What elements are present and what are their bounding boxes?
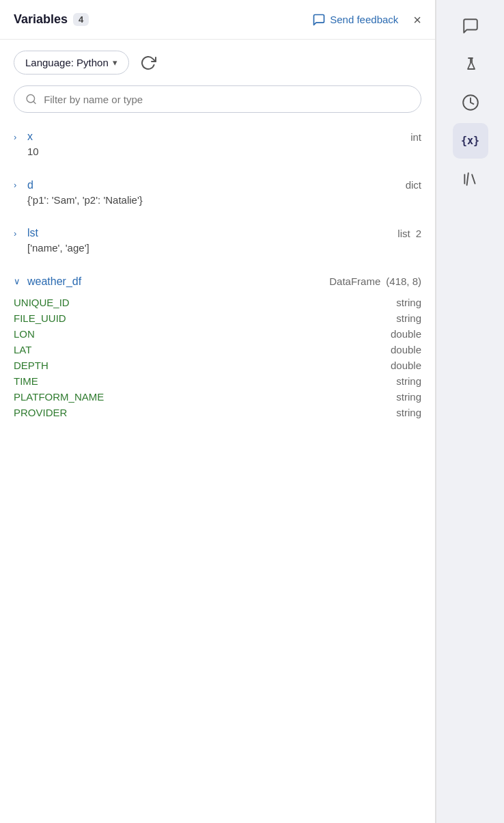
col-type-lat: double: [391, 344, 421, 355]
col-type-unique-id: string: [396, 297, 421, 308]
search-bar: [14, 85, 421, 113]
language-label: Language: Python: [25, 57, 109, 68]
refresh-icon: [140, 55, 156, 71]
var-name-x: x: [27, 131, 33, 143]
expand-chevron-lst[interactable]: ›: [14, 228, 23, 239]
var-type-d: dict: [406, 179, 421, 191]
col-name-lat: LAT: [14, 344, 31, 355]
toolbar: Language: Python ▾: [0, 40, 435, 83]
var-value-x: 10: [14, 144, 421, 160]
var-value-d: {'p1': 'Sam', 'p2': 'Natalie'}: [14, 193, 421, 208]
sidebar-item-chat[interactable]: [453, 8, 488, 44]
col-name-platform-name: PLATFORM_NAME: [14, 391, 104, 403]
close-button[interactable]: ×: [413, 13, 421, 27]
var-name-lst: lst: [27, 227, 38, 239]
variables-list: › x int 10 › d dict {'p1': 'Sam', 'p2': …: [0, 124, 435, 823]
svg-line-5: [472, 175, 475, 184]
list-item: PLATFORM_NAME string: [14, 389, 435, 405]
svg-line-1: [33, 101, 36, 103]
list-item: › d dict {'p1': 'Sam', 'p2': 'Natalie'}: [0, 175, 435, 217]
col-name-time: TIME: [14, 375, 38, 387]
list-item: DEPTH double: [14, 357, 435, 373]
col-type-file-uuid: string: [396, 312, 421, 324]
history-icon: [462, 94, 479, 111]
col-name-lon: LON: [14, 328, 35, 340]
feedback-label: Send feedback: [330, 14, 398, 25]
var-type-lst: list: [397, 228, 410, 239]
list-item: ∨ weather_df DataFrame (418, 8): [0, 271, 435, 292]
filter-input[interactable]: [44, 94, 410, 105]
variables-icon-label: {x}: [461, 135, 479, 147]
chevron-down-icon: ▾: [113, 57, 117, 68]
expand-chevron-weather-df[interactable]: ∨: [14, 276, 23, 286]
col-name-provider: PROVIDER: [14, 407, 67, 418]
search-icon: [25, 93, 37, 105]
language-dropdown[interactable]: Language: Python ▾: [14, 51, 129, 75]
feedback-icon: [312, 13, 326, 27]
var-header-x: › x int: [14, 131, 421, 143]
title-text: Variables: [14, 12, 68, 27]
list-item: › x int 10: [0, 126, 435, 168]
sidebar-item-history[interactable]: [453, 85, 488, 120]
sidebar-item-flask[interactable]: [453, 46, 488, 82]
var-header-d: › d dict: [14, 179, 421, 191]
list-item: LAT double: [14, 342, 435, 357]
list-item: PROVIDER string: [14, 405, 435, 420]
dataframe-columns: UNIQUE_ID string FILE_UUID string LON do…: [0, 292, 435, 426]
library-icon: [462, 170, 479, 188]
send-feedback-link[interactable]: Send feedback: [312, 13, 398, 27]
col-type-lon: double: [391, 328, 421, 340]
var-header-weather-df: ∨ weather_df DataFrame (418, 8): [14, 275, 421, 288]
var-type-weather-df: DataFrame: [329, 275, 380, 287]
var-name-weather-df: weather_df: [27, 275, 81, 288]
panel-header: Variables 4 Send feedback ×: [0, 0, 435, 40]
svg-line-4: [466, 173, 468, 185]
variables-panel: Variables 4 Send feedback × Language: Py…: [0, 0, 436, 823]
list-item: LON double: [14, 326, 435, 342]
var-shape-weather-df: (418, 8): [386, 275, 421, 287]
var-value-lst: ['name', 'age']: [14, 241, 421, 256]
var-header-lst: › lst list 2: [14, 227, 421, 239]
sidebar: {x}: [436, 0, 504, 823]
refresh-button[interactable]: [137, 52, 159, 74]
variable-count-badge: 4: [73, 13, 89, 26]
sidebar-item-variables[interactable]: {x}: [453, 123, 488, 159]
flask-icon: [462, 55, 479, 73]
expand-chevron-d[interactable]: ›: [14, 180, 23, 190]
col-name-file-uuid: FILE_UUID: [14, 312, 66, 324]
col-type-depth: double: [391, 360, 421, 371]
var-extra-lst: 2: [416, 228, 421, 239]
sidebar-item-library[interactable]: [453, 161, 488, 197]
panel-title: Variables 4: [14, 12, 89, 27]
chat-icon: [462, 17, 479, 35]
list-item: FILE_UUID string: [14, 310, 435, 326]
col-type-provider: string: [396, 407, 421, 418]
list-item: UNIQUE_ID string: [14, 295, 435, 310]
list-item: TIME string: [14, 373, 435, 389]
list-item: › lst list 2 ['name', 'age']: [0, 223, 435, 265]
col-name-depth: DEPTH: [14, 360, 48, 371]
var-name-d: d: [27, 179, 33, 191]
expand-chevron-x[interactable]: ›: [14, 132, 23, 142]
col-name-unique-id: UNIQUE_ID: [14, 297, 70, 308]
var-type-x: int: [410, 131, 421, 143]
col-type-time: string: [396, 375, 421, 387]
col-type-platform-name: string: [396, 391, 421, 403]
